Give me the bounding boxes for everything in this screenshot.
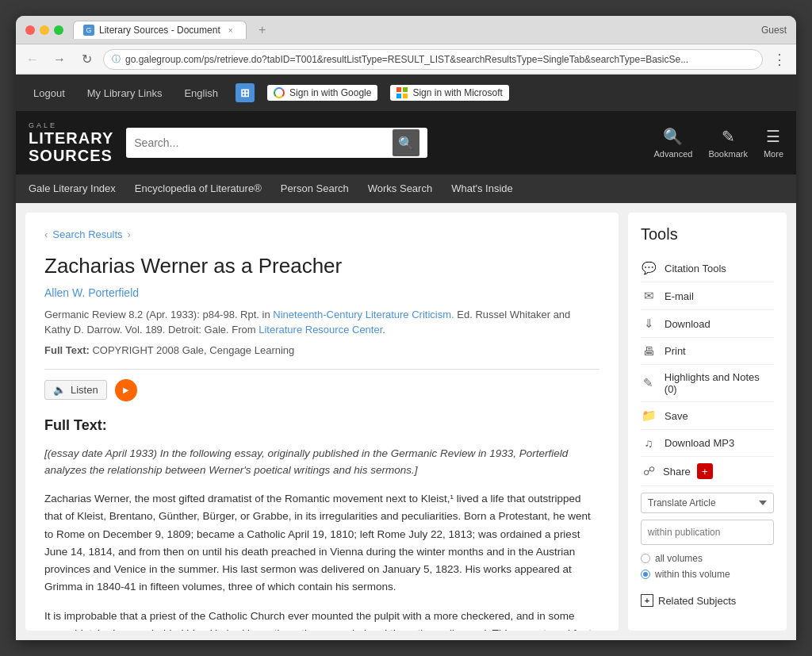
bookmark-icon: ✎ [722, 127, 735, 146]
tools-heading: Tools [641, 225, 774, 244]
google-signin-button[interactable]: Sign in with Google [267, 85, 377, 101]
tools-sidebar: Tools 💬 Citation Tools ✉ E-mail ⇓ Downlo… [628, 213, 787, 631]
url-text: go.galegroup.com/ps/retrieve.do?tabID=T0… [125, 54, 688, 65]
highlights-icon: ✎ [641, 376, 657, 390]
logout-button[interactable]: Logout [29, 84, 70, 102]
microsoft-icon [396, 87, 408, 98]
within-volume-radio[interactable]: within this volume [641, 569, 774, 580]
share-icon: ☍ [641, 464, 657, 478]
all-volumes-radio-circle [641, 554, 650, 563]
close-button[interactable] [25, 25, 35, 35]
highlights-notes-item[interactable]: ✎ Highlights and Notes (0) [641, 365, 774, 402]
main-content: ‹ Search Results › Zacharias Werner as a… [16, 203, 796, 640]
breadcrumb-chevron-right: › [128, 228, 131, 240]
browser-menu-button[interactable]: ⋮ [769, 51, 790, 68]
within-publication-search-button[interactable]: 🔍 [773, 520, 774, 544]
essay-intro: [(essay date April 1933) In the followin… [44, 445, 599, 479]
email-label: E-mail [665, 290, 694, 302]
refresh-button[interactable]: ↻ [76, 49, 97, 70]
save-item[interactable]: 📁 Save [641, 402, 774, 430]
share-item[interactable]: ☍ Share + [641, 457, 774, 486]
subnav-gale-literary-index[interactable]: Gale Literary Index [29, 178, 116, 201]
email-icon: ✉ [641, 289, 657, 303]
article-meta: Germanic Review 8.2 (Apr. 1933): p84-98.… [44, 307, 599, 338]
more-icon: ☰ [766, 127, 780, 146]
listen-label: Listen [71, 384, 98, 396]
bookmark-tool[interactable]: ✎ Bookmark [708, 127, 748, 159]
tab-close-button[interactable]: × [225, 25, 236, 36]
search-button[interactable]: 🔍 [393, 129, 419, 156]
within-publication-search: 🔍 [641, 520, 774, 545]
journal-link[interactable]: Nineteenth-Century Literature Criticism. [273, 309, 454, 320]
listen-button[interactable]: 🔈 Listen [44, 380, 107, 400]
google-signin-label: Sign in with Google [289, 87, 371, 98]
print-label: Print [665, 345, 686, 357]
download-mp3-item[interactable]: ♫ Download MP3 [641, 430, 774, 457]
radio-selected-indicator [643, 572, 648, 577]
breadcrumb: ‹ Search Results › [44, 228, 599, 240]
gale-app-icon: ⊞ [236, 83, 255, 102]
source-link[interactable]: Literature Resource Center [259, 324, 382, 336]
maximize-button[interactable] [54, 25, 63, 35]
minimize-button[interactable] [40, 25, 49, 35]
gale-brand-label: GALE [29, 121, 57, 129]
full-text-heading: Full Text: [44, 417, 599, 434]
all-volumes-label: all volumes [655, 553, 703, 564]
english-button[interactable]: English [179, 84, 223, 102]
share-plus-icon: + [697, 463, 713, 479]
within-volume-label: within this volume [655, 569, 730, 580]
article-author[interactable]: Allen W. Porterfield [44, 286, 599, 299]
active-tab[interactable]: G Literary Sources - Document × [73, 21, 247, 39]
bookmark-label: Bookmark [708, 149, 748, 159]
email-item[interactable]: ✉ E-mail [641, 282, 774, 310]
google-icon [274, 87, 285, 98]
back-button[interactable]: ← [22, 49, 43, 70]
gale-logo: GALE LITERARY SOURCES [29, 121, 113, 164]
save-label: Save [665, 410, 688, 422]
search-container: 🔍 [126, 128, 427, 158]
download-label: Download [665, 318, 710, 330]
forward-button[interactable]: → [49, 49, 70, 70]
advanced-icon: 🔍 [663, 127, 683, 146]
subnav-whats-inside[interactable]: What's Inside [451, 178, 513, 201]
print-icon: 🖶 [641, 344, 657, 358]
citation-tools-item[interactable]: 💬 Citation Tools [641, 255, 774, 282]
search-input[interactable] [134, 136, 393, 149]
all-volumes-radio[interactable]: all volumes [641, 553, 774, 564]
subnav-encyclopedia[interactable]: Encyclopedia of Literature® [135, 178, 262, 201]
article-body-para1: Zacharias Werner, the most gifted dramat… [44, 490, 599, 597]
volume-radio-group: all volumes within this volume [641, 553, 774, 580]
ssl-lock-icon: ⓘ [112, 53, 121, 65]
advanced-label: Advanced [653, 149, 692, 159]
download-item[interactable]: ⇓ Download [641, 310, 774, 338]
subnav-works-search[interactable]: Works Search [368, 178, 432, 201]
play-button[interactable]: ▶ [115, 379, 137, 401]
translate-select[interactable]: Translate Article [641, 493, 774, 513]
breadcrumb-chevron-left: ‹ [44, 228, 48, 240]
citation-icon: 💬 [641, 261, 657, 275]
download-icon: ⇓ [641, 316, 657, 331]
more-label: More [764, 149, 783, 159]
url-bar[interactable]: ⓘ go.galegroup.com/ps/retrieve.do?tabID=… [103, 49, 763, 70]
subnav-person-search[interactable]: Person Search [281, 178, 349, 201]
print-item[interactable]: 🖶 Print [641, 338, 774, 365]
within-publication-input[interactable] [642, 523, 773, 542]
new-tab-button[interactable]: + [253, 21, 272, 40]
breadcrumb-search-results[interactable]: Search Results [52, 228, 122, 240]
divider [44, 369, 599, 370]
app-toolbar: Logout My Library Links English ⊞ Sign i… [16, 75, 796, 111]
microsoft-signin-button[interactable]: Sign in with Microsoft [390, 85, 508, 101]
related-subjects-label: Related Subjects [658, 595, 736, 607]
more-tool[interactable]: ☰ More [764, 127, 783, 159]
gale-header: GALE LITERARY SOURCES 🔍 🔍 Advanced ✎ Boo… [16, 111, 796, 175]
article-title: Zacharias Werner as a Preacher [44, 253, 599, 280]
article-area: ‹ Search Results › Zacharias Werner as a… [25, 213, 619, 631]
share-label: Share [663, 466, 691, 478]
my-library-links-button[interactable]: My Library Links [82, 84, 167, 102]
within-volume-radio-circle [641, 570, 650, 579]
article-body-para2: It is improbable that a priest of the Ca… [44, 608, 599, 631]
highlights-notes-label: Highlights and Notes (0) [665, 371, 774, 395]
related-subjects-item[interactable]: + Related Subjects [641, 589, 774, 612]
advanced-tool[interactable]: 🔍 Advanced [653, 127, 692, 159]
related-subjects-icon: + [641, 594, 653, 607]
